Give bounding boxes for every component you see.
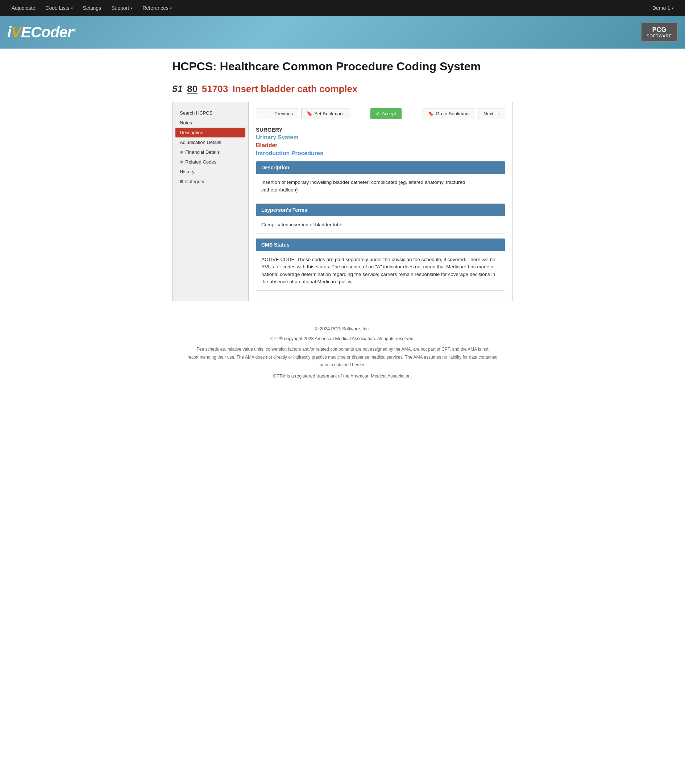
plus-icon: ⊞ xyxy=(180,150,183,155)
chevron-down-icon: ▾ xyxy=(130,6,132,10)
breadcrumb-intro: Introduction Procedures xyxy=(256,150,505,157)
code-num-1: 51 xyxy=(172,83,183,94)
layperson-card-header: Layperson's Terms xyxy=(256,204,505,216)
footer-cpt-copyright: CPT® copyright 2023 American Medical Ass… xyxy=(7,335,678,343)
sidebar: Search HCPCS Notes Description Adjudicat… xyxy=(172,102,248,301)
breadcrumb-surgery: SURGERY xyxy=(256,127,505,133)
sidebar-item-adjudication-details[interactable]: Adjudication Details xyxy=(172,137,248,147)
next-button[interactable]: Next → xyxy=(478,108,505,119)
footer-legal: Fee schedules, relative value units, con… xyxy=(187,346,498,369)
buttons-row: ← ← Previous 🔖 Set Bookmark ✔ Accept 🔖 G… xyxy=(256,108,505,119)
sidebar-item-description[interactable]: Description xyxy=(175,128,245,137)
bookmark-flag-icon: 🔖 xyxy=(428,111,434,116)
breadcrumb-bladder: Bladder xyxy=(256,142,505,149)
sidebar-item-related-codes[interactable]: ⊞ Related Codes xyxy=(172,157,248,167)
sidebar-item-category[interactable]: ⊞ Category xyxy=(172,177,248,186)
top-navigation: Adjudicate Code Lists ▾ Settings Support… xyxy=(0,0,685,16)
content-layout: Search HCPCS Notes Description Adjudicat… xyxy=(172,102,513,301)
layperson-card-body: Complicated insertion of bladder tube xyxy=(256,216,505,234)
plus-icon: ⊞ xyxy=(180,159,183,164)
description-card: Description Insertion of temporary indwe… xyxy=(256,161,505,199)
code-header: 51 80 51703 Insert bladder cath complex xyxy=(172,83,513,94)
footer-copyright: © 2024 PCG Software, Inc. xyxy=(7,325,678,333)
check-icon: ✔ xyxy=(376,111,380,116)
description-card-header: Description xyxy=(256,161,505,174)
previous-button[interactable]: ← ← Previous xyxy=(256,108,298,119)
set-bookmark-button[interactable]: 🔖 Set Bookmark xyxy=(301,108,349,119)
nav-code-lists[interactable]: Code Lists ▾ xyxy=(41,3,77,13)
main-panel: ← ← Previous 🔖 Set Bookmark ✔ Accept 🔖 G… xyxy=(248,102,513,301)
accept-button[interactable]: ✔ Accept xyxy=(370,108,402,119)
description-card-body: Insertion of temporary indwelling bladde… xyxy=(256,174,505,199)
footer: © 2024 PCG Software, Inc. CPT® copyright… xyxy=(0,316,685,390)
chevron-down-icon: ▾ xyxy=(672,6,674,10)
footer-cpt-trademark: CPT® is a registered trademark of the Am… xyxy=(7,372,678,381)
chevron-down-icon: ▾ xyxy=(170,6,172,10)
code-num-2: 80 xyxy=(187,83,198,94)
sidebar-item-history[interactable]: History xyxy=(172,167,248,177)
cms-status-card-body: ACTIVE CODE: These codes are paid separa… xyxy=(256,251,505,291)
nav-adjudicate[interactable]: Adjudicate xyxy=(7,3,39,13)
sidebar-item-notes[interactable]: Notes xyxy=(172,118,248,128)
nav-settings[interactable]: Settings xyxy=(79,3,106,13)
arrow-right-icon: → xyxy=(495,111,500,116)
logo: iVECoder® xyxy=(7,24,76,41)
main-content: HCPCS: Healthcare Common Procedure Codin… xyxy=(161,60,524,301)
sidebar-item-search-hcpcs[interactable]: Search HCPCS xyxy=(172,108,248,118)
plus-icon: ⊞ xyxy=(180,179,183,184)
user-menu[interactable]: Demo 1 ▾ xyxy=(648,3,678,13)
go-to-bookmark-button[interactable]: 🔖 Go to Bookmark xyxy=(423,108,475,119)
breadcrumb-section: SURGERY Urinary System Bladder Introduct… xyxy=(256,127,505,157)
cms-status-card: CMS Status ACTIVE CODE: These codes are … xyxy=(256,238,505,291)
nav-references[interactable]: References ▾ xyxy=(138,3,176,13)
code-num-3: 51703 xyxy=(202,83,228,94)
cms-status-card-header: CMS Status xyxy=(256,239,505,251)
nav-left: Adjudicate Code Lists ▾ Settings Support… xyxy=(7,3,176,13)
chevron-down-icon: ▾ xyxy=(71,6,73,10)
breadcrumb-urinary: Urinary System xyxy=(256,134,505,141)
layperson-card: Layperson's Terms Complicated insertion … xyxy=(256,203,505,234)
page-title: HCPCS: Healthcare Common Procedure Codin… xyxy=(172,60,513,73)
arrow-left-icon: ← xyxy=(261,111,266,116)
nav-support[interactable]: Support ▾ xyxy=(107,3,136,13)
sidebar-item-financial-details[interactable]: ⊞ Financial Details xyxy=(172,147,248,157)
code-title: Insert bladder cath complex xyxy=(232,83,357,94)
header-banner: iVECoder® PCG SOFTWARE xyxy=(0,16,685,49)
pcg-logo: PCG SOFTWARE xyxy=(641,23,678,42)
bookmark-icon: 🔖 xyxy=(307,111,312,116)
